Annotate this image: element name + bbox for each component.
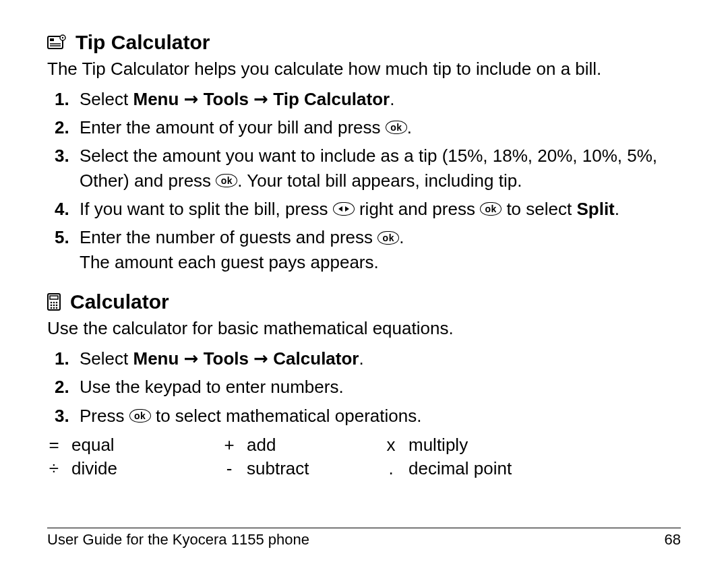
svg-rect-7 [50,296,58,299]
calc-step-2: Use the keypad to enter numbers. [74,375,681,399]
page-number: 68 [665,531,681,549]
svg-point-10 [56,302,58,304]
bill-tip-icon [47,34,66,51]
op-decimal: .decimal point [384,458,512,479]
op-equal: =equal [47,435,222,456]
tip-calculator-heading: Tip Calculator [47,31,681,54]
calc-step-1: Select Menu → Tools → Calculator. [74,346,681,371]
svg-point-14 [51,307,53,309]
svg-point-9 [53,302,55,304]
ok-button-icon: ok [480,202,502,216]
op-divide: ÷divide [47,458,222,479]
calculator-icon [47,293,61,311]
tip-step-5: Enter the number of guests and press ok.… [74,225,681,274]
svg-point-8 [51,302,53,304]
calculator-heading: Calculator [47,290,681,313]
svg-point-16 [56,307,58,309]
nav-left-right-icon [333,202,355,216]
tip-step-4: If you want to split the bill, press rig… [74,197,681,221]
svg-rect-1 [50,38,54,41]
svg-point-5 [62,37,63,38]
tip-step-3: Select the amount you want to include as… [74,144,681,193]
svg-point-13 [56,305,58,307]
tip-calculator-steps: Select Menu → Tools → Tip Calculator. En… [47,87,681,275]
operations-table: =equal +add xmultiply ÷divide -subtract … [47,435,681,479]
tip-step-2: Enter the amount of your bill and press … [74,115,681,139]
op-subtract: -subtract [222,458,384,479]
tip-step-1: Select Menu → Tools → Tip Calculator. [74,87,681,111]
op-multiply: xmultiply [384,435,468,456]
calculator-title: Calculator [70,290,169,313]
tip-calculator-title: Tip Calculator [75,31,210,54]
svg-point-11 [51,305,53,307]
ok-button-icon: ok [129,409,151,423]
footer-title: User Guide for the Kyocera 1155 phone [47,531,309,549]
calc-step-3: Press ok to select mathematical operatio… [74,404,681,428]
op-add: +add [222,435,384,456]
ok-button-icon: ok [377,231,399,245]
tip-calculator-intro: The Tip Calculator helps you calculate h… [47,58,681,80]
page-footer: User Guide for the Kyocera 1155 phone 68 [47,528,681,549]
calculator-steps: Select Menu → Tools → Calculator. Use th… [47,346,681,428]
ok-button-icon: ok [216,174,237,187]
svg-point-12 [53,305,55,307]
svg-point-15 [53,307,55,309]
calculator-intro: Use the calculator for basic mathematica… [47,317,681,340]
ok-button-icon: ok [386,121,407,134]
